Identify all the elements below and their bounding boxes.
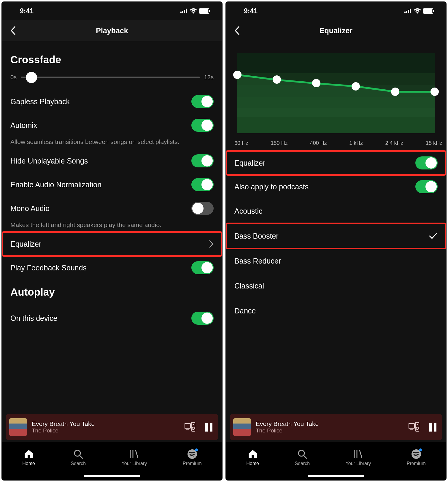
tab-bar: Home Search Your Library Premium xyxy=(2,442,222,472)
svg-point-32 xyxy=(416,427,419,429)
track-title: Every Breath You Take xyxy=(256,420,404,427)
toggle-on-device[interactable] xyxy=(191,312,214,325)
label-equalizer: Equalizer xyxy=(10,240,41,248)
wifi-icon xyxy=(414,8,421,14)
eq-graph[interactable] xyxy=(237,53,435,133)
album-art xyxy=(9,418,27,436)
cellular-icon xyxy=(404,9,412,13)
preset-label-bass-reducer: Bass Reducer xyxy=(234,257,281,265)
svg-rect-29 xyxy=(410,429,413,430)
label-feedback: Play Feedback Sounds xyxy=(10,264,87,272)
row-podcasts: Also apply to podcasts xyxy=(234,175,438,199)
label-eq-toggle: Equalizer xyxy=(234,159,265,167)
section-crossfade: Crossfade xyxy=(10,54,214,66)
svg-point-31 xyxy=(417,424,418,425)
now-playing-bar[interactable]: Every Breath You Take The Police xyxy=(6,414,218,440)
toggle-gapless[interactable] xyxy=(191,95,214,108)
svg-rect-34 xyxy=(434,423,436,432)
home-indicator[interactable] xyxy=(2,472,222,480)
svg-rect-3 xyxy=(186,9,187,13)
album-art xyxy=(233,418,251,436)
tab-library[interactable]: Your Library xyxy=(122,449,147,466)
back-button[interactable] xyxy=(234,26,240,35)
freq-15k: 15 kHz xyxy=(426,140,442,146)
chevron-right-icon xyxy=(209,240,214,248)
devices-icon[interactable] xyxy=(409,422,419,432)
toggle-normalization[interactable] xyxy=(191,178,214,191)
preset-acoustic[interactable]: Acoustic xyxy=(234,199,438,223)
back-button[interactable] xyxy=(10,26,16,35)
eq-point-60hz[interactable] xyxy=(233,71,242,79)
slider-thumb[interactable] xyxy=(26,72,37,83)
battery-icon xyxy=(199,8,210,14)
eq-freq-labels: 60 Hz 150 Hz 400 Hz 1 kHz 2.4 kHz 15 kHz xyxy=(234,140,442,146)
row-normalization: Enable Audio Normalization xyxy=(10,173,214,196)
cellular-icon xyxy=(180,9,188,13)
toggle-mono[interactable] xyxy=(191,202,214,215)
preset-dance[interactable]: Dance xyxy=(234,298,438,323)
now-playing-bar[interactable]: Every Breath You Take The Police xyxy=(230,414,442,440)
svg-rect-25 xyxy=(424,9,432,13)
eq-chart: 60 Hz 150 Hz 400 Hz 1 kHz 2.4 kHz 15 kHz xyxy=(234,53,438,145)
header: Equalizer xyxy=(226,20,446,41)
toggle-automix[interactable] xyxy=(191,119,214,132)
svg-rect-6 xyxy=(209,10,210,12)
playback-screen: 9:41 Playback Crossfade 0s 12s Gapless P… xyxy=(1,1,223,481)
row-equalizer-toggle: Equalizer xyxy=(226,151,446,175)
tab-premium[interactable]: Premium xyxy=(407,449,426,466)
search-icon xyxy=(73,449,83,459)
home-indicator[interactable] xyxy=(226,472,446,480)
svg-rect-22 xyxy=(408,10,409,13)
status-icons xyxy=(404,8,434,14)
svg-line-15 xyxy=(80,456,82,458)
tab-premium[interactable]: Premium xyxy=(183,449,202,466)
freq-2.4k: 2.4 kHz xyxy=(385,140,403,146)
pause-button[interactable] xyxy=(205,423,212,432)
tab-home[interactable]: Home xyxy=(22,449,35,466)
preset-bass-booster[interactable]: Bass Booster xyxy=(226,223,446,248)
label-mono: Mono Audio xyxy=(10,204,50,213)
svg-rect-20 xyxy=(404,12,406,13)
tab-search[interactable]: Search xyxy=(71,449,86,466)
label-podcasts: Also apply to podcasts xyxy=(234,183,309,191)
toggle-hide-unplayable[interactable] xyxy=(191,154,214,167)
toggle-feedback[interactable] xyxy=(191,261,214,274)
status-time: 9:41 xyxy=(244,7,258,15)
eq-point-2.4khz[interactable] xyxy=(391,88,399,96)
tab-home[interactable]: Home xyxy=(246,449,259,466)
eq-point-1khz[interactable] xyxy=(352,82,360,91)
preset-bass-reducer[interactable]: Bass Reducer xyxy=(234,248,438,273)
library-icon xyxy=(129,449,139,459)
tab-library[interactable]: Your Library xyxy=(346,449,371,466)
svg-rect-5 xyxy=(200,9,208,13)
freq-400: 400 Hz xyxy=(310,140,327,146)
track-title: Every Breath You Take xyxy=(32,420,180,427)
crossfade-slider-row: 0s 12s xyxy=(10,74,214,81)
desc-mono: Makes the left and right speakers play t… xyxy=(10,221,214,229)
equalizer-screen: 9:41 Equalizer xyxy=(225,1,447,481)
eq-point-150hz[interactable] xyxy=(273,75,281,84)
header: Playback xyxy=(2,20,222,41)
svg-point-10 xyxy=(193,424,194,425)
row-equalizer[interactable]: Equalizer xyxy=(2,232,222,256)
eq-point-15khz[interactable] xyxy=(430,88,439,96)
freq-150: 150 Hz xyxy=(271,140,287,146)
toggle-podcasts[interactable] xyxy=(415,180,438,193)
track-artist: The Police xyxy=(32,427,180,434)
preset-label-acoustic: Acoustic xyxy=(234,207,262,215)
tab-search-label: Search xyxy=(71,461,86,466)
crossfade-slider[interactable] xyxy=(21,77,200,78)
tab-premium-label: Premium xyxy=(407,461,426,466)
library-icon xyxy=(353,449,363,459)
svg-rect-33 xyxy=(429,423,432,432)
tab-search[interactable]: Search xyxy=(295,449,310,466)
svg-rect-21 xyxy=(406,11,407,13)
label-on-device: On this device xyxy=(10,314,57,323)
preset-classical[interactable]: Classical xyxy=(234,273,438,298)
eq-point-400hz[interactable] xyxy=(312,79,320,87)
toggle-equalizer[interactable] xyxy=(415,156,438,169)
svg-rect-1 xyxy=(182,11,183,13)
pause-button[interactable] xyxy=(429,423,436,432)
svg-rect-8 xyxy=(186,429,189,430)
devices-icon[interactable] xyxy=(185,422,195,432)
